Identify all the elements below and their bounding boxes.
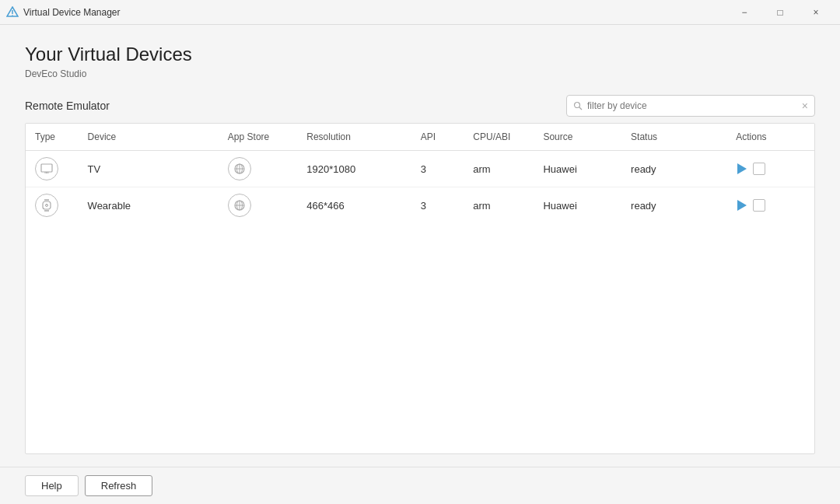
play-icon-tv [737, 163, 747, 174]
col-header-device: Device [79, 124, 219, 151]
section-header: Remote Emulator × [25, 95, 815, 117]
search-input[interactable] [587, 100, 802, 111]
wearable-device-icon [35, 194, 58, 217]
page-title: Your Virtual Devices [25, 44, 815, 65]
minimize-button[interactable]: − [726, 0, 762, 25]
table-row: Wearable 466*466 3 arm [26, 187, 814, 224]
search-box: × [566, 95, 815, 117]
cell-source-tv: Huawei [534, 151, 621, 187]
app-logo-icon [6, 6, 19, 19]
tv-device-icon [35, 157, 58, 180]
main-content: Your Virtual Devices DevEco Studio Remot… [0, 25, 840, 467]
device-table-container: Type Device App Store Resolution API CPU… [25, 123, 815, 454]
title-bar: Virtual Device Manager − □ × [0, 0, 840, 25]
page-subtitle: DevEco Studio [25, 68, 815, 79]
actions-wearable [736, 198, 805, 212]
cell-status-tv: ready [621, 151, 726, 187]
cell-resolution-tv: 1920*1080 [297, 151, 411, 187]
cell-device-wearable: Wearable [79, 187, 219, 224]
title-bar-left: Virtual Device Manager [6, 6, 121, 19]
play-button-wearable[interactable] [736, 198, 748, 212]
window-controls: − □ × [726, 0, 834, 25]
svg-point-2 [12, 15, 13, 16]
table-row: TV 1920*1080 3 arm [26, 151, 814, 187]
col-header-type: Type [26, 124, 79, 151]
appstore-icon-tv [228, 157, 251, 180]
cell-actions-tv [726, 151, 814, 187]
cell-api-wearable: 3 [411, 187, 464, 224]
svg-rect-5 [41, 164, 52, 172]
close-button[interactable]: × [798, 0, 834, 25]
stop-button-tv[interactable] [753, 163, 765, 175]
bottom-bar: Help Refresh [0, 467, 840, 504]
cell-appstore-tv [219, 151, 297, 187]
actions-tv [736, 162, 805, 176]
cell-cpuabi-tv: arm [464, 151, 534, 187]
svg-point-3 [575, 103, 580, 108]
cell-source-wearable: Huawei [534, 187, 621, 224]
cell-status-wearable: ready [621, 187, 726, 224]
search-icon [573, 101, 583, 110]
section-title: Remote Emulator [25, 100, 110, 112]
search-clear-button[interactable]: × [802, 100, 808, 111]
cell-cpuabi-wearable: arm [464, 187, 534, 224]
device-table: Type Device App Store Resolution API CPU… [26, 124, 814, 223]
play-button-tv[interactable] [736, 162, 748, 176]
maximize-button[interactable]: □ [762, 0, 798, 25]
cell-appstore-wearable [219, 187, 297, 224]
cell-type-tv [26, 151, 79, 187]
window-title: Virtual Device Manager [23, 7, 121, 18]
appstore-icon-wearable [228, 194, 251, 217]
col-header-resolution: Resolution [297, 124, 411, 151]
svg-line-4 [579, 107, 583, 110]
col-header-actions: Actions [726, 124, 814, 151]
col-header-appstore: App Store [219, 124, 297, 151]
refresh-button[interactable]: Refresh [85, 475, 153, 496]
play-icon-wearable [737, 200, 747, 211]
col-header-status: Status [621, 124, 726, 151]
cell-device-tv: TV [79, 151, 219, 187]
cell-api-tv: 3 [411, 151, 464, 187]
col-header-cpuabi: CPU/ABI [464, 124, 534, 151]
stop-button-wearable[interactable] [753, 199, 765, 212]
table-header-row: Type Device App Store Resolution API CPU… [26, 124, 814, 151]
col-header-source: Source [534, 124, 621, 151]
col-header-api: API [411, 124, 464, 151]
cell-type-wearable [26, 187, 79, 224]
cell-actions-wearable [726, 187, 814, 224]
help-button[interactable]: Help [25, 475, 79, 496]
cell-resolution-wearable: 466*466 [297, 187, 411, 224]
